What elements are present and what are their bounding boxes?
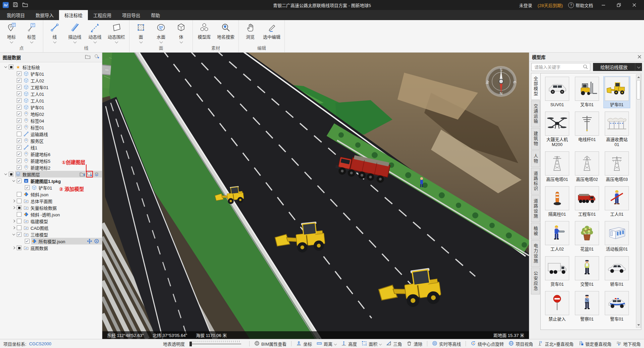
map-viewport[interactable]: S N W E 东经 112°48'52.63" 北纬 37°53'05.64"… [102,53,529,339]
close-panel-icon[interactable] [638,54,641,60]
model-category-tab-7[interactable]: 电力设施 [531,240,540,267]
addpin-icon[interactable] [94,54,99,61]
layer-tree-row-7[interactable]: 地标02 [0,111,102,117]
status-tool-9[interactable]: 项目视角 [508,341,533,347]
ribbon-tool-3-1[interactable]: 地名搜索 [217,22,234,43]
model-item-2[interactable]: 铲车01 [604,76,630,108]
layer-checkbox[interactable] [17,145,21,150]
layer-checkbox[interactable] [17,118,21,123]
layer-tree-row-8[interactable]: 标签04 [0,117,102,124]
layer-checkbox[interactable] [17,132,21,136]
model-category-tab-3[interactable]: 人物 [531,150,540,167]
layer-checkbox[interactable] [17,105,21,110]
ribbon-tool-0-1[interactable]: T 标签 [24,22,39,43]
ribbon-tool-1-2[interactable]: 动态线 [88,22,102,43]
status-tool-8[interactable]: 绕中心点旋转 [471,341,504,347]
model-grid-scrollbar[interactable] [636,74,641,328]
status-tool-11[interactable]: 锁定垂直视角 [578,341,611,347]
expander-closed-icon[interactable] [11,198,16,204]
layer-checkbox[interactable] [17,158,21,163]
layer-checkbox[interactable] [9,172,13,177]
layer-tree-row-5[interactable]: 工人01 [0,97,102,104]
locate-icon[interactable] [94,238,99,244]
layer-tree-row-11[interactable]: 服务区 [0,137,102,144]
ribbon-tool-0-0[interactable]: T 地标 [4,22,19,43]
status-tool-7[interactable]: 实时等高线 [432,341,461,347]
layer-tree-row-12[interactable]: 线1 [0,144,102,151]
ribbon-tool-1-1[interactable]: 描边线 [67,22,82,43]
menu-tab-0[interactable]: 我的项目 [1,10,30,20]
chevron-down-icon[interactable] [159,40,163,44]
layer-tree-row-14[interactable]: 新建地标5 [0,157,102,164]
slider-thumb[interactable] [190,342,192,346]
layer-checkbox[interactable] [25,185,30,190]
layer-checkbox[interactable] [17,85,21,89]
open-folder-icon[interactable] [22,2,28,8]
layer-checkbox[interactable] [17,91,21,96]
layer-checkbox[interactable] [17,125,21,130]
ribbon-tool-4-1[interactable]: 选中编辑 [263,22,280,43]
layer-tree-row-18[interactable]: 铲车01 [0,184,102,191]
chevron-down-icon[interactable] [115,40,118,44]
model-item-6[interactable]: 高压电塔01 [544,151,570,183]
model-item-7[interactable]: 高压电塔02 [574,151,600,183]
model-item-5[interactable]: 高速收费站 01 [604,111,630,148]
status-tool-3[interactable]: 高度 [341,341,357,347]
layer-tree-row-10[interactable]: 运输路线 [0,131,102,137]
status-tool-0[interactable]: BIM属性查看 [254,341,286,347]
model-item-17[interactable]: 轿车01 [604,256,630,287]
minimize-button[interactable] [598,1,608,9]
layer-tree-row-22[interactable]: 倾斜 -透明.json [0,211,102,218]
ribbon-tool-1-3[interactable]: 动态围栏 [108,22,125,43]
status-tool-2[interactable]: 距离 [317,341,336,347]
model-category-tab-8[interactable]: 公安应急 [531,268,540,294]
status-tool-1[interactable]: 坐标 [296,341,312,347]
model-category-tab-1[interactable]: 交通运输 [531,100,540,127]
layer-checkbox[interactable] [17,205,21,210]
layer-tree-row-21[interactable]: 矢量标绘数据 [0,204,102,211]
draw-along-line-button[interactable]: 绘制沿线摆放 [593,63,642,71]
ribbon-tool-2-1[interactable]: 水面 [154,22,168,43]
layer-checkbox[interactable] [17,212,21,217]
login-status[interactable]: 未登录 [519,2,532,8]
model-category-tab-6[interactable]: 植被 [531,223,540,239]
model-item-0[interactable]: SUV01 [544,76,570,108]
layer-tree-row-9[interactable]: 标签01 [0,124,102,131]
model-item-13[interactable]: 花盆01 [574,220,600,252]
layer-tree-row-0[interactable]: ★ 标注标绘 [0,64,102,70]
layer-tree-row-13[interactable]: 新建地标6 [0,151,102,157]
layer-tree-row-27[interactable]: 底图数据 [0,245,102,251]
chevron-down-icon[interactable] [73,40,76,44]
menu-tab-2[interactable]: 标注标绘 [59,10,88,20]
scroll-down-icon[interactable] [637,323,640,327]
folderplus-icon[interactable] [79,171,85,177]
expander-open-icon[interactable] [11,232,16,237]
search-icon[interactable] [583,64,588,71]
menu-tab-1[interactable]: 数据导入 [30,10,59,20]
layer-tree-row-24[interactable]: CAD图纸 [0,224,102,231]
move-icon[interactable] [87,238,92,244]
model-item-20[interactable]: 警车01 [604,290,630,322]
expander-closed-icon[interactable] [11,245,16,251]
chevron-down-icon[interactable] [10,40,13,44]
crs-value[interactable]: CGCS2000 [29,341,51,346]
restore-button[interactable] [614,1,624,9]
status-tool-10[interactable]: 正北+垂直视角 [538,341,574,347]
layer-checkbox[interactable] [17,192,21,197]
chevron-down-icon[interactable] [635,63,642,71]
model-item-15[interactable]: 货车01 [544,256,570,287]
layer-tree-row-4[interactable]: 工人01 [0,90,102,97]
layer-tree-row-26[interactable]: 所有模型.json [0,238,102,245]
layer-tree-row-25[interactable]: 三维模型 [0,231,102,238]
chevron-down-icon[interactable] [379,343,382,345]
chevron-down-icon[interactable] [93,40,97,44]
close-button[interactable] [629,1,639,9]
chevron-down-icon[interactable] [30,40,33,44]
model-item-10[interactable]: 工程车01 [574,186,600,217]
model-category-tab-4[interactable]: 道路标识 [531,168,540,195]
layer-checkbox[interactable] [17,246,21,250]
model-item-8[interactable]: 高压电塔03 [604,151,630,183]
layer-tree-row-1[interactable]: 铲车01 [0,70,102,77]
model-item-19[interactable]: 警察01 [574,290,600,322]
ribbon-tool-2-0[interactable]: 面 [133,22,148,43]
